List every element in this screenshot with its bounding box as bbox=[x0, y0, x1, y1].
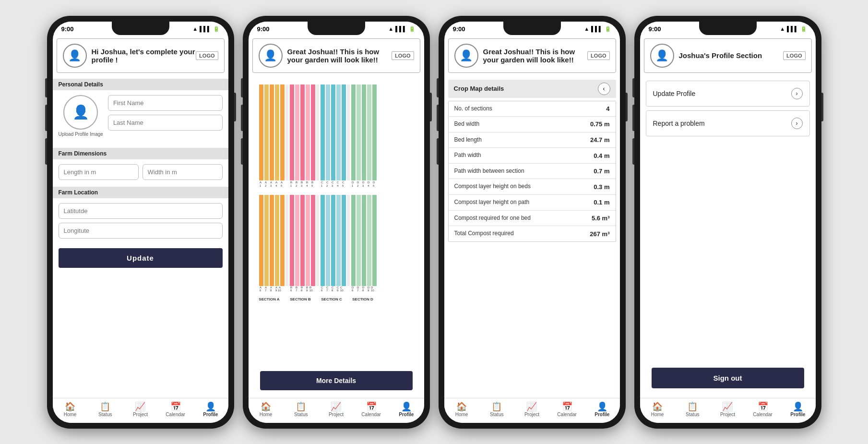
nav-home-4[interactable]: 🏠 Home bbox=[647, 402, 668, 417]
svg-rect-4 bbox=[280, 84, 285, 180]
project-icon-1: 📈 bbox=[135, 402, 145, 411]
svg-text:5: 5 bbox=[373, 184, 375, 187]
nav-status-label-1: Status bbox=[98, 412, 112, 417]
crop-map-title: Crop Map details bbox=[454, 85, 504, 92]
svg-text:8: 8 bbox=[332, 289, 333, 292]
nav-project-label-4: Project bbox=[720, 412, 735, 417]
svg-text:5: 5 bbox=[281, 184, 283, 187]
nav-status-2[interactable]: 📋 Status bbox=[290, 402, 311, 417]
svg-text:2: 2 bbox=[326, 184, 328, 187]
last-name-input[interactable] bbox=[108, 115, 223, 131]
update-button[interactable]: Update bbox=[59, 248, 223, 268]
nav-calendar-2[interactable]: 📅 Calendar bbox=[361, 402, 382, 417]
phone-4: 9:00 ▲ ▌▌▌ 🔋 👤 Joshua's Profile Section … bbox=[634, 16, 821, 429]
detail-row-6: Compost layer height on path 0.1 m bbox=[449, 195, 616, 211]
nav-project-3[interactable]: 📈 Project bbox=[521, 402, 542, 417]
nav-status-1[interactable]: 📋 Status bbox=[95, 402, 116, 417]
svg-text:9: 9 bbox=[337, 289, 339, 292]
nav-home-2[interactable]: 🏠 Home bbox=[255, 402, 276, 417]
status-icons-2: ▲ ▌▌▌ 🔋 bbox=[388, 26, 415, 32]
nav-project-label-2: Project bbox=[329, 412, 344, 417]
nav-profile-2[interactable]: 👤 Profile bbox=[396, 402, 417, 417]
nav-profile-1[interactable]: 👤 Profile bbox=[200, 402, 221, 417]
latitude-input[interactable] bbox=[59, 203, 223, 219]
svg-rect-63 bbox=[257, 189, 382, 193]
nav-profile-label-2: Profile bbox=[399, 412, 414, 417]
nav-home-3[interactable]: 🏠 Home bbox=[451, 402, 472, 417]
nav-calendar-4[interactable]: 📅 Calendar bbox=[752, 402, 773, 417]
bottom-nav-4: 🏠 Home 📋 Status 📈 Project 📅 Calendar 👤 bbox=[640, 398, 816, 423]
svg-rect-22 bbox=[372, 84, 377, 180]
personal-details-form: 👤 Upload Profile Image bbox=[53, 90, 228, 146]
signal-icon-2: ▌▌▌ bbox=[395, 26, 406, 32]
svg-rect-17 bbox=[347, 84, 350, 180]
nav-calendar-label-4: Calendar bbox=[753, 412, 773, 417]
longitude-input[interactable] bbox=[59, 223, 223, 239]
svg-text:D: D bbox=[357, 181, 359, 184]
svg-text:8: 8 bbox=[270, 289, 272, 292]
detail-val-4: 0.7 m bbox=[594, 168, 609, 175]
nav-calendar-label-3: Calendar bbox=[557, 412, 577, 417]
wifi-icon-3: ▲ bbox=[584, 26, 589, 32]
svg-text:A: A bbox=[281, 181, 283, 184]
update-profile-item[interactable]: Update Profile › bbox=[646, 81, 810, 107]
nav-status-3[interactable]: 📋 Status bbox=[486, 402, 507, 417]
status-icon-4: 📋 bbox=[687, 402, 698, 411]
svg-rect-78 bbox=[331, 195, 335, 286]
svg-text:6: 6 bbox=[321, 289, 323, 292]
svg-text:7: 7 bbox=[296, 289, 297, 292]
phone-3: 9:00 ▲ ▌▌▌ 🔋 👤 Great Joshua!! This is ho… bbox=[439, 16, 626, 429]
detail-val-0: 4 bbox=[606, 105, 609, 112]
detail-row-8: Total Compost required 267 m³ bbox=[449, 226, 616, 241]
report-problem-item[interactable]: Report a problem › bbox=[646, 110, 810, 136]
svg-text:10: 10 bbox=[371, 289, 374, 292]
screen-1: Personal Details 👤 Upload Profile Image bbox=[53, 77, 228, 398]
nav-profile-3[interactable]: 👤 Profile bbox=[592, 402, 613, 417]
header-text-2: Great Joshua!! This is how your garden w… bbox=[283, 48, 392, 64]
nav-project-2[interactable]: 📈 Project bbox=[325, 402, 346, 417]
screen-2: A 1 A 2 A 3 A 4 A 5 B 1 B bbox=[249, 77, 424, 398]
nav-status-4[interactable]: 📋 Status bbox=[682, 402, 703, 417]
svg-text:6: 6 bbox=[260, 289, 262, 292]
more-details-button[interactable]: More Details bbox=[260, 371, 413, 390]
svg-text:4: 4 bbox=[275, 184, 277, 187]
nav-project-1[interactable]: 📈 Project bbox=[130, 402, 151, 417]
svg-text:6: 6 bbox=[290, 289, 292, 292]
width-input[interactable] bbox=[143, 164, 223, 180]
nav-profile-4[interactable]: 👤 Profile bbox=[787, 402, 809, 417]
first-name-input[interactable] bbox=[108, 95, 223, 111]
nav-calendar-1[interactable]: 📅 Calendar bbox=[165, 402, 186, 417]
svg-text:3: 3 bbox=[332, 184, 333, 187]
nav-status-label-3: Status bbox=[490, 412, 503, 417]
nav-home-1[interactable]: 🏠 Home bbox=[59, 402, 81, 417]
signal-icon-3: ▌▌▌ bbox=[591, 26, 602, 32]
photo-col[interactable]: 👤 Upload Profile Image bbox=[59, 95, 103, 137]
svg-text:C: C bbox=[332, 181, 334, 184]
status-icons-4: ▲ ▌▌▌ 🔋 bbox=[780, 26, 807, 32]
dimensions-row bbox=[59, 164, 223, 180]
svg-rect-1 bbox=[264, 84, 269, 180]
phone-2: 9:00 ▲ ▌▌▌ 🔋 👤 Great Joshua!! This is ho… bbox=[243, 16, 430, 429]
svg-text:B: B bbox=[301, 181, 303, 184]
svg-text:1: 1 bbox=[290, 184, 292, 187]
back-button[interactable]: ‹ bbox=[598, 83, 610, 95]
svg-rect-77 bbox=[326, 195, 330, 286]
svg-text:C: C bbox=[326, 181, 329, 184]
length-input[interactable] bbox=[59, 164, 139, 180]
avatar-4: 👤 bbox=[650, 44, 674, 68]
header-text-3: Great Joshua!! This is how your garden w… bbox=[478, 48, 588, 64]
home-icon-3: 🏠 bbox=[456, 402, 467, 411]
update-profile-chevron: › bbox=[791, 88, 803, 99]
svg-rect-13 bbox=[326, 84, 330, 180]
svg-rect-66 bbox=[270, 195, 274, 286]
nav-project-4[interactable]: 📈 Project bbox=[717, 402, 738, 417]
detail-key-7: Compost required for one bed bbox=[454, 215, 592, 222]
profile-photo[interactable]: 👤 bbox=[63, 95, 98, 130]
nav-calendar-3[interactable]: 📅 Calendar bbox=[557, 402, 578, 417]
detail-row-7: Compost required for one bed 5.6 m³ bbox=[449, 211, 616, 227]
svg-text:C: C bbox=[337, 181, 339, 184]
svg-text:5: 5 bbox=[342, 184, 344, 187]
detail-val-8: 267 m³ bbox=[590, 230, 609, 238]
app-header-2: 👤 Great Joshua!! This is how your garden… bbox=[252, 38, 420, 73]
sign-out-button[interactable]: Sign out bbox=[652, 368, 804, 388]
